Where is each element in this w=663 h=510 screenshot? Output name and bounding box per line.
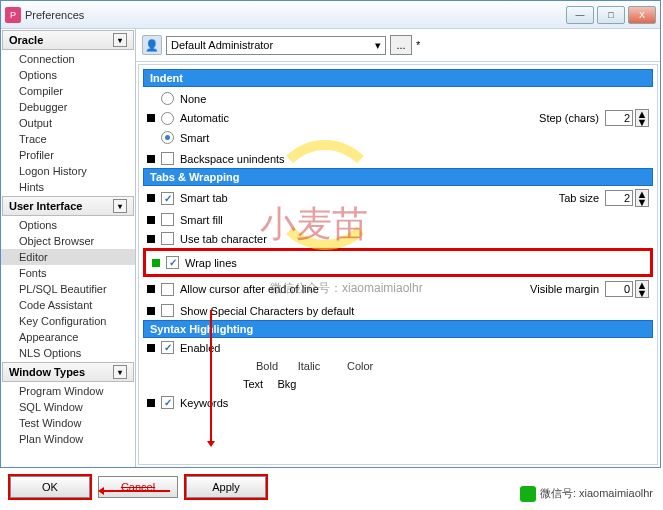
annotation-arrow-v: [210, 310, 212, 445]
sidebar-item-key-configuration[interactable]: Key Configuration: [1, 313, 135, 329]
syntax-headers: Bold Italic Color: [253, 360, 373, 372]
tab-size-label: Tab size: [559, 192, 599, 204]
margin-label: Visible margin: [530, 283, 599, 295]
check-wrap-lines[interactable]: [166, 256, 179, 269]
radio-smart[interactable]: [161, 131, 174, 144]
sidebar-item-appearance[interactable]: Appearance: [1, 329, 135, 345]
sidebar-item-output[interactable]: Output: [1, 115, 135, 131]
window-title: Preferences: [25, 9, 566, 21]
sidebar-group-user-interface[interactable]: User Interface▾: [2, 196, 134, 216]
check-smart-fill[interactable]: [161, 213, 174, 226]
minimize-button[interactable]: —: [566, 6, 594, 24]
ok-button[interactable]: OK: [10, 476, 90, 498]
browse-button[interactable]: ...: [390, 35, 412, 55]
sidebar-group-oracle[interactable]: Oracle▾: [2, 30, 134, 50]
section-syntax: Syntax Highlighting: [143, 320, 653, 338]
keywords-label: Keywords: [180, 397, 228, 409]
section-indent: Indent: [143, 69, 653, 87]
step-input[interactable]: [605, 110, 633, 126]
sidebar-group-window-types[interactable]: Window Types▾: [2, 362, 134, 382]
main-panel: 👤 Default Administrator ▾ ... * Indent N…: [136, 29, 660, 467]
annotation-arrow-h: [100, 490, 170, 492]
app-icon: P: [5, 7, 21, 23]
sidebar-item-hints[interactable]: Hints: [1, 179, 135, 195]
check-keywords[interactable]: [161, 396, 174, 409]
sidebar-item-debugger[interactable]: Debugger: [1, 99, 135, 115]
section-tabs: Tabs & Wrapping: [143, 168, 653, 186]
sidebar-item-test-window[interactable]: Test Window: [1, 415, 135, 431]
sidebar-item-code-assistant[interactable]: Code Assistant: [1, 297, 135, 313]
sidebar-item-options[interactable]: Options: [1, 217, 135, 233]
check-smart-tab[interactable]: [161, 192, 174, 205]
check-backspace[interactable]: [161, 152, 174, 165]
check-use-tab[interactable]: [161, 232, 174, 245]
footer-wechat: 微信号: xiaomaimiaolhr: [520, 486, 653, 502]
modified-indicator: *: [416, 39, 420, 51]
sidebar-item-editor[interactable]: Editor: [1, 249, 135, 265]
sidebar-item-nls-options[interactable]: NLS Options: [1, 345, 135, 361]
sidebar-item-object-browser[interactable]: Object Browser: [1, 233, 135, 249]
sidebar-item-logon-history[interactable]: Logon History: [1, 163, 135, 179]
check-syntax-enabled[interactable]: [161, 341, 174, 354]
step-spinner[interactable]: ▲▼: [635, 109, 649, 127]
apply-button[interactable]: Apply: [186, 476, 266, 498]
radio-none[interactable]: [161, 92, 174, 105]
sidebar-item-trace[interactable]: Trace: [1, 131, 135, 147]
chevron-down-icon: ▾: [375, 39, 381, 52]
sidebar-item-program-window[interactable]: Program Window: [1, 383, 135, 399]
sidebar-item-profiler[interactable]: Profiler: [1, 147, 135, 163]
sidebar-item-plan-window[interactable]: Plan Window: [1, 431, 135, 447]
sidebar-item-connection[interactable]: Connection: [1, 51, 135, 67]
close-button[interactable]: X: [628, 6, 656, 24]
admin-icon: 👤: [142, 35, 162, 55]
admin-select-label: Default Administrator: [171, 39, 273, 51]
admin-select[interactable]: Default Administrator ▾: [166, 36, 386, 55]
cancel-button[interactable]: Cancel: [98, 476, 178, 498]
titlebar: P Preferences — □ X: [1, 1, 660, 29]
maximize-button[interactable]: □: [597, 6, 625, 24]
chevron-down-icon: ▾: [113, 33, 127, 47]
sidebar-item-pl-sql-beautifier[interactable]: PL/SQL Beautifier: [1, 281, 135, 297]
step-label: Step (chars): [539, 112, 599, 124]
margin-spinner[interactable]: ▲▼: [635, 280, 649, 298]
sidebar-item-sql-window[interactable]: SQL Window: [1, 399, 135, 415]
toolbar: 👤 Default Administrator ▾ ... *: [136, 29, 660, 62]
margin-input[interactable]: [605, 281, 633, 297]
chevron-down-icon: ▾: [113, 365, 127, 379]
tab-size-spinner[interactable]: ▲▼: [635, 189, 649, 207]
preferences-window: P Preferences — □ X Oracle▾ConnectionOpt…: [0, 0, 661, 468]
sidebar-item-options[interactable]: Options: [1, 67, 135, 83]
settings-scroll[interactable]: Indent None Automatic Step (chars) ▲▼ Sm…: [138, 64, 658, 465]
sidebar-item-fonts[interactable]: Fonts: [1, 265, 135, 281]
check-allow-cursor[interactable]: [161, 283, 174, 296]
tab-size-input[interactable]: [605, 190, 633, 206]
radio-automatic[interactable]: [161, 112, 174, 125]
sidebar: Oracle▾ConnectionOptionsCompilerDebugger…: [1, 29, 136, 467]
check-show-special[interactable]: [161, 304, 174, 317]
button-bar: OK Cancel Apply: [8, 474, 268, 500]
wechat-icon: [520, 486, 536, 502]
sidebar-item-compiler[interactable]: Compiler: [1, 83, 135, 99]
chevron-down-icon: ▾: [113, 199, 127, 213]
